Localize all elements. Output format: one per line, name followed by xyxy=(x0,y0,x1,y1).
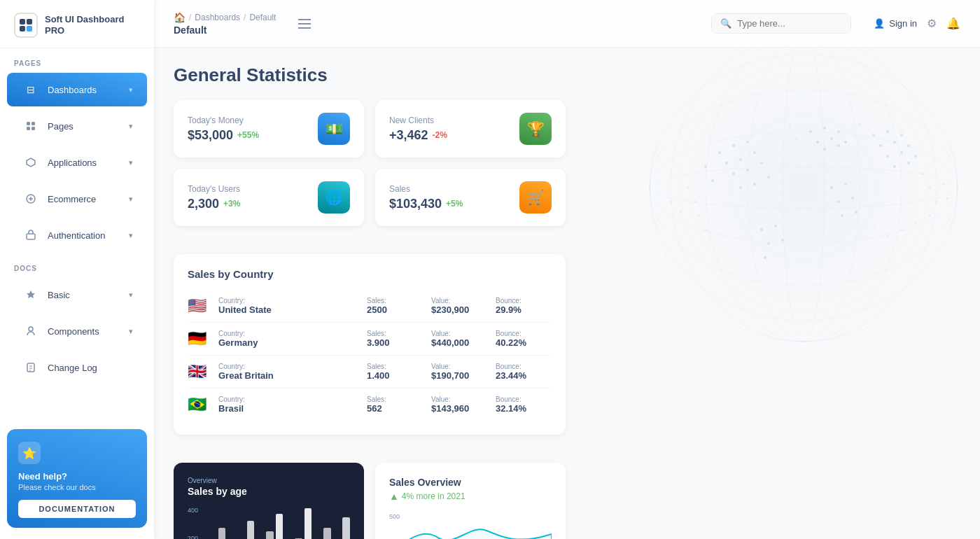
auth-icon xyxy=(21,225,41,245)
sign-in-button[interactable]: 👤 Sign in xyxy=(874,18,917,29)
person-icon: 👤 xyxy=(874,18,885,29)
components-icon xyxy=(21,321,41,341)
sidebar-item-ecommerce[interactable]: Ecommerce ▾ xyxy=(7,182,147,216)
header: 🏠 / Dashboards / Default Default 🔍 👤 Sig… xyxy=(154,0,980,48)
flag-gb: 🇬🇧 xyxy=(188,363,210,381)
value-br: $143,960 xyxy=(431,403,487,414)
content-area: General Statistics Today's Money $53,000… xyxy=(154,48,980,539)
chevron-down-icon: ▾ xyxy=(129,327,133,336)
breadcrumb-sep-2: / xyxy=(244,13,246,22)
svg-point-10 xyxy=(29,327,33,331)
chevron-down-icon: ▾ xyxy=(129,231,133,240)
stat-money-label: Today's Money xyxy=(188,115,259,125)
y-label-400: 400 xyxy=(188,507,198,514)
sidebar: Soft UI Dashboard PRO PAGES ⊟ Dashboards… xyxy=(0,0,154,539)
chevron-down-icon: ▾ xyxy=(129,290,133,300)
bottom-charts: Overview Sales by age 400 200 0 xyxy=(174,463,566,539)
bounce-gb: 23.44% xyxy=(496,370,552,381)
chevron-down-icon: ▾ xyxy=(129,122,133,131)
help-star-icon: ⭐ xyxy=(18,442,41,464)
stats-grid: Today's Money $53,000 +55% 💵 New Clients xyxy=(174,100,566,226)
pages-icon xyxy=(21,116,41,136)
sidebar-item-dashboards[interactable]: ⊟ Dashboards ▾ xyxy=(7,73,147,106)
sidebar-item-authentication[interactable]: Authentication ▾ xyxy=(7,218,147,252)
stat-card-sales: Sales $103,430 +5% 🛒 xyxy=(375,169,566,226)
stat-card-clients: New Clients +3,462 -2% 🏆 xyxy=(375,100,566,158)
table-row: 🇬🇧 Country: Great Britain Sales: 1.400 V… xyxy=(188,356,552,388)
svg-rect-3 xyxy=(27,26,32,31)
users-icon: 🌐 xyxy=(318,181,350,214)
dashboard-icon: ⊟ xyxy=(21,80,41,99)
page-title: General Statistics xyxy=(174,64,960,86)
ecommerce-icon xyxy=(21,189,41,209)
svg-rect-5 xyxy=(31,122,35,125)
sidebar-item-applications[interactable]: Applications ▾ xyxy=(7,146,147,179)
svg-rect-1 xyxy=(27,19,32,24)
value-de: $440,000 xyxy=(431,337,487,348)
hamburger-button[interactable] xyxy=(298,19,311,29)
sidebar-item-basic-label: Basic xyxy=(48,290,70,300)
sales-overview-change: 4% more in 2021 xyxy=(402,491,465,501)
country-name-gb: Great Britain xyxy=(218,370,358,381)
svg-rect-7 xyxy=(31,127,35,130)
sales-br: 562 xyxy=(367,403,423,414)
sidebar-item-changelog[interactable]: Change Log xyxy=(7,351,147,384)
bounce-de: 40.22% xyxy=(496,337,552,348)
svg-rect-0 xyxy=(20,19,25,24)
sales-de: 3.900 xyxy=(367,337,423,348)
documentation-button[interactable]: DOCUMENTATION xyxy=(18,500,136,518)
breadcrumb-dashboards[interactable]: Dashboards xyxy=(195,13,240,22)
country-label: Country: xyxy=(218,297,358,304)
search-box[interactable]: 🔍 xyxy=(711,13,851,34)
docs-section-label: DOCS xyxy=(0,253,154,276)
settings-icon[interactable]: ⚙ xyxy=(927,17,937,30)
stat-card-money: Today's Money $53,000 +55% 💵 xyxy=(174,100,364,158)
svg-rect-9 xyxy=(27,234,35,239)
breadcrumb-nav: 🏠 / Dashboards / Default xyxy=(174,12,276,23)
y-label-200: 200 xyxy=(188,535,198,539)
stat-money-change: +55% xyxy=(237,130,259,140)
help-title: Need help? xyxy=(18,471,136,482)
stat-users-label: Today's Users xyxy=(188,184,240,194)
sidebar-item-basic[interactable]: Basic ▾ xyxy=(7,278,147,312)
sales-overview-card: Sales Overview ▲ 4% more in 2021 xyxy=(375,463,566,539)
sidebar-item-applications-label: Applications xyxy=(48,158,97,168)
stat-sales-label: Sales xyxy=(389,184,463,194)
sidebar-help-card: ⭐ Need help? Please check our docs DOCUM… xyxy=(7,429,147,528)
stat-users-change: +3% xyxy=(223,199,240,209)
stat-sales-change: +5% xyxy=(446,199,463,209)
table-row: 🇺🇸 Country: United State Sales: 2500 Val… xyxy=(188,290,552,323)
stat-clients-change: -2% xyxy=(433,130,447,140)
sidebar-item-pages[interactable]: Pages ▾ xyxy=(7,109,147,143)
sales-overview-subtitle: ▲ 4% more in 2021 xyxy=(389,491,552,502)
sales-table-title: Sales by Country xyxy=(188,268,552,280)
bell-icon[interactable]: 🔔 xyxy=(946,17,960,30)
current-page-label: Default xyxy=(174,24,276,36)
stat-sales-value: $103,430 +5% xyxy=(389,197,463,211)
help-subtitle: Please check our docs xyxy=(18,483,136,491)
country-name-br: Brasil xyxy=(218,403,358,414)
breadcrumb-default[interactable]: Default xyxy=(249,13,276,22)
stat-card-users: Today's Users 2,300 +3% 🌐 xyxy=(174,169,364,226)
chevron-down-icon: ▾ xyxy=(129,85,133,94)
home-icon[interactable]: 🏠 xyxy=(174,12,186,23)
flag-br: 🇧🇷 xyxy=(188,396,210,414)
pages-section-label: PAGES xyxy=(0,48,154,71)
country-name-de: Germany xyxy=(218,337,358,348)
bounce-us: 29.9% xyxy=(496,304,552,315)
clients-icon: 🏆 xyxy=(519,113,552,145)
table-row: 🇩🇪 Country: Germany Sales: 3.900 Value: … xyxy=(188,323,552,356)
stat-clients-label: New Clients xyxy=(389,115,447,125)
sidebar-item-components-label: Components xyxy=(48,326,99,337)
svg-rect-2 xyxy=(20,26,25,31)
breadcrumb: 🏠 / Dashboards / Default Default xyxy=(174,12,276,36)
bar-chart-card: Overview Sales by age 400 200 0 xyxy=(174,463,364,539)
search-input[interactable] xyxy=(737,18,835,29)
sidebar-item-components[interactable]: Components ▾ xyxy=(7,314,147,348)
value-us: $230,900 xyxy=(431,304,487,315)
svg-rect-4 xyxy=(27,122,30,125)
chevron-down-icon: ▾ xyxy=(129,158,133,167)
stat-clients-value: +3,462 -2% xyxy=(389,128,447,143)
stat-users-value: 2,300 +3% xyxy=(188,197,240,211)
sidebar-item-auth-label: Authentication xyxy=(48,230,105,241)
